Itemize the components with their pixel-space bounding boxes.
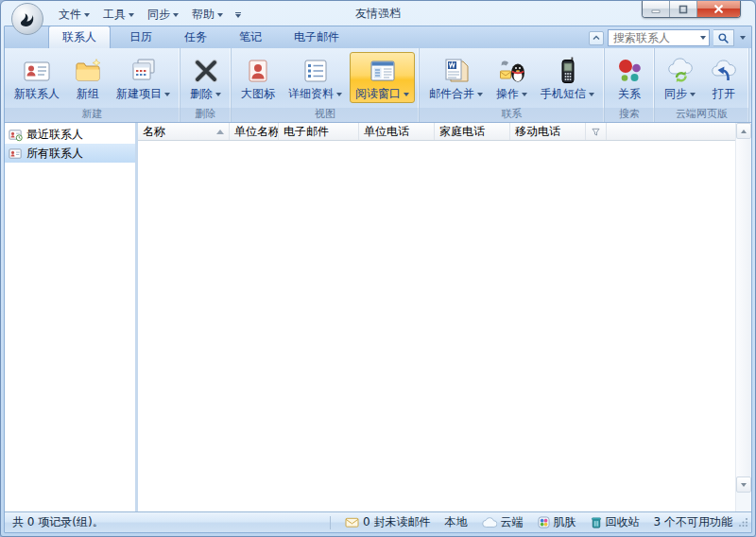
app-panel: 联系人 日历 任务 笔记 电子邮件: [4, 26, 752, 533]
column-header-work-phone[interactable]: 单位电话: [359, 123, 435, 140]
contacts-table-header: 名称 单位名称 电子邮件 单位电话 家庭电话 移动电话: [138, 123, 735, 141]
new-group-button[interactable]: 新组: [67, 52, 109, 103]
scrollbar-track[interactable]: [736, 139, 751, 476]
ribbon-group-label: 搜索: [605, 108, 654, 122]
new-group-icon: [73, 56, 103, 86]
statusbar-separator: [330, 516, 331, 529]
ribbon-group-label: 删除: [180, 108, 231, 122]
ribbon-spacer: [749, 48, 751, 122]
ribbon-group-search: 关系 搜索: [605, 48, 655, 122]
quick-access-more-button[interactable]: [231, 10, 246, 20]
contacts-sidebar: 最近联系人 所有联系人: [5, 123, 138, 511]
relations-button[interactable]: 关系: [609, 52, 650, 103]
column-header-mobile-phone[interactable]: 移动电话: [510, 123, 586, 140]
ribbon-group-label: 联系: [420, 108, 604, 122]
chevron-down-icon: [690, 93, 696, 96]
reading-pane-button[interactable]: 阅读窗口: [350, 52, 415, 103]
sidebar-item-recent-contacts[interactable]: 最近联系人: [5, 125, 135, 144]
new-item-button[interactable]: 新建项目: [111, 52, 176, 103]
sync-button[interactable]: 同步: [659, 52, 701, 103]
chevron-down-icon: [336, 93, 342, 96]
ribbon: 新联系人 新组: [5, 48, 751, 123]
triangle-up-icon: [741, 130, 747, 133]
collapse-ribbon-button[interactable]: [589, 31, 604, 45]
ribbon-group-contact: 邮件合并 操作: [420, 48, 605, 122]
sms-button[interactable]: 手机短信: [535, 52, 600, 103]
chevron-down-icon: [477, 93, 483, 96]
mail-merge-button[interactable]: 邮件合并: [423, 52, 489, 103]
unread-mail-status[interactable]: 0 封未读邮件: [345, 514, 430, 530]
filter-funnel-icon: [591, 127, 601, 137]
mail-icon: [345, 516, 359, 528]
resize-grip-icon: [738, 517, 748, 528]
scroll-down-button[interactable]: [736, 476, 751, 493]
open-webapp-button[interactable]: 打开: [703, 52, 745, 103]
tab-calendar[interactable]: 日历: [116, 26, 165, 48]
window-controls: [642, 1, 741, 18]
new-contact-icon: [22, 56, 52, 86]
dolphin-logo-icon: [15, 7, 40, 31]
resize-grip[interactable]: [738, 517, 748, 530]
sidebar-item-label: 最近联系人: [26, 127, 83, 143]
search-dropdown-icon[interactable]: [700, 36, 706, 40]
skin-status[interactable]: 肌肤: [538, 514, 576, 530]
triangle-down-icon: [741, 483, 747, 487]
vertical-scrollbar[interactable]: [735, 123, 751, 511]
menu-help[interactable]: 帮助: [186, 5, 229, 25]
scroll-up-button[interactable]: [736, 123, 751, 139]
reading-pane-icon: [368, 56, 398, 86]
close-button[interactable]: [697, 1, 740, 17]
contacts-list-body[interactable]: [138, 141, 735, 511]
chevron-down-icon: [217, 13, 223, 17]
qq-actions-icon: [497, 56, 527, 86]
tab-notes[interactable]: 笔记: [226, 26, 275, 48]
chevron-down-icon: [164, 93, 170, 96]
column-header-home-phone[interactable]: 家庭电话: [435, 123, 510, 140]
delete-button[interactable]: 删除: [184, 52, 227, 103]
close-icon: [713, 4, 724, 14]
chevron-down-icon: [740, 36, 746, 40]
restore-button[interactable]: [670, 1, 697, 17]
mail-merge-word-icon: [441, 56, 472, 86]
chevron-down-icon: [404, 93, 409, 96]
local-status[interactable]: 本地: [445, 514, 468, 530]
details-button[interactable]: 详细资料: [283, 52, 348, 103]
search-options-button[interactable]: [738, 36, 747, 40]
titlebar: 文件 工具 同步 帮助 友情强档: [4, 1, 752, 26]
cloud-status[interactable]: 云端: [482, 514, 524, 530]
menubar: 文件 工具 同步 帮助: [53, 5, 246, 25]
search-go-button[interactable]: [713, 29, 734, 46]
large-icons-button[interactable]: 大图标: [235, 52, 281, 103]
app-logo-button[interactable]: [11, 3, 43, 35]
menu-tools[interactable]: 工具: [97, 5, 140, 25]
sidebar-item-all-contacts[interactable]: 所有联系人: [5, 144, 135, 163]
menu-file[interactable]: 文件: [53, 5, 95, 25]
cloud-sync-icon: [665, 56, 696, 86]
search-input[interactable]: [611, 30, 700, 45]
all-contacts-icon: [9, 147, 23, 161]
ribbon-tab-strip: 联系人 日历 任务 笔记 电子邮件: [5, 26, 751, 48]
actions-button[interactable]: 操作: [490, 52, 533, 103]
skin-palette-icon: [538, 516, 550, 528]
relations-bubbles-icon: [614, 56, 644, 86]
tab-email[interactable]: 电子邮件: [281, 26, 352, 48]
column-header-email[interactable]: 电子邮件: [279, 123, 359, 140]
tab-contacts[interactable]: 联系人: [48, 26, 111, 48]
menu-sync[interactable]: 同步: [142, 5, 184, 25]
column-header-name[interactable]: 名称: [138, 123, 230, 140]
new-item-icon: [129, 56, 159, 86]
column-header-filter[interactable]: [586, 123, 607, 140]
column-header-company[interactable]: 单位名称: [230, 123, 279, 140]
ribbon-group-delete: 删除 删除: [180, 48, 232, 122]
chevron-down-icon: [522, 93, 527, 96]
large-icons-icon: [243, 56, 273, 86]
column-header-spacer: [607, 123, 735, 140]
new-contact-button[interactable]: 新联系人: [9, 52, 65, 103]
ribbon-group-view: 大图标 详细资料: [232, 48, 420, 122]
tab-tasks[interactable]: 任务: [171, 26, 220, 48]
recycle-bin-status[interactable]: 回收站: [591, 514, 640, 530]
unavailable-features-status[interactable]: 3 个不可用功能: [654, 514, 732, 530]
chevron-down-icon: [84, 13, 90, 17]
minimize-button[interactable]: [643, 1, 670, 17]
record-count-text: 共 0 项记录(组)。: [5, 514, 104, 530]
